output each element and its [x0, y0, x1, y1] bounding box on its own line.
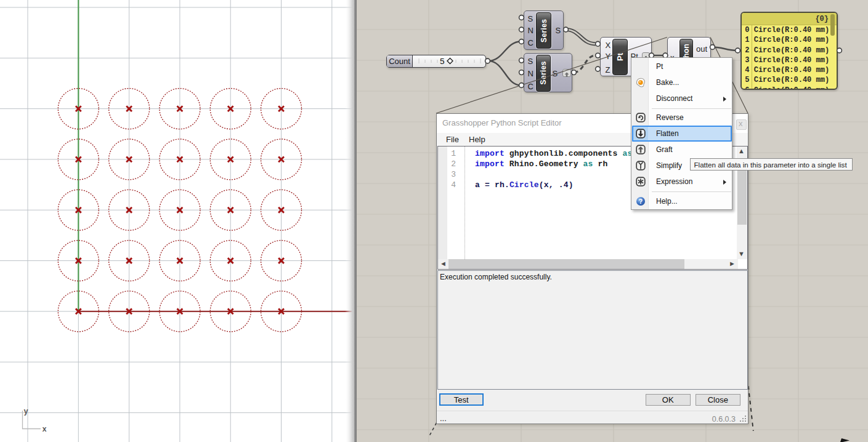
svg-text:?: ? — [639, 198, 643, 205]
svg-text:x: x — [43, 425, 47, 434]
svg-text:5: 5 — [440, 57, 445, 66]
svg-text:y: y — [24, 408, 28, 416]
